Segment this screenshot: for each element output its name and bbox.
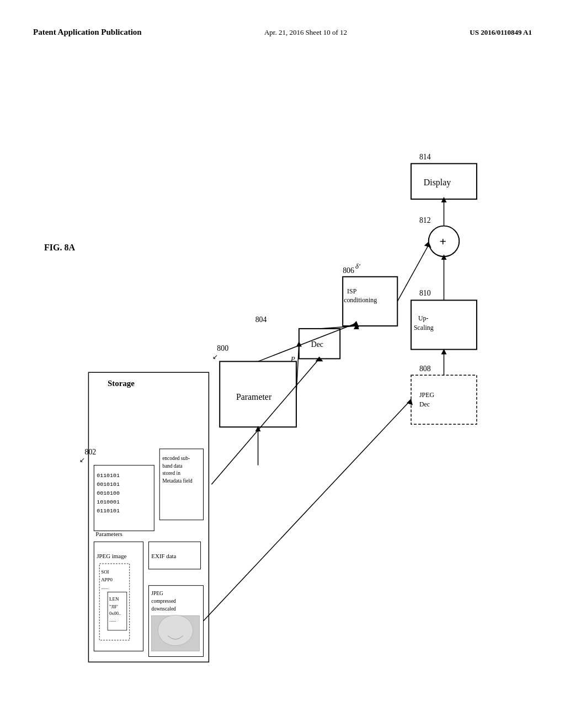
page: Patent Application Publication Apr. 21, …	[0, 0, 565, 728]
dots2-text: ......	[109, 617, 116, 623]
jpeg-comp-line1: JPEG	[151, 591, 163, 596]
arrowhead-jpegcomp-jpegdec	[407, 399, 413, 405]
encoded-line3: stored in	[162, 470, 180, 476]
jpeg-comp-line2: compressed	[151, 598, 176, 604]
parameter-label: Parameter	[236, 392, 272, 402]
dec-label: Dec	[311, 340, 323, 349]
jpeg-comp-line3: downscaled	[151, 606, 176, 612]
header: Patent Application Publication Apr. 21, …	[33, 28, 532, 37]
face-ellipse	[158, 615, 193, 645]
binary-line1: 0110101	[97, 473, 120, 479]
binary-line4: 1010001	[97, 499, 120, 505]
diagram: 802 ↙ Storage JPEG image SOI APP0 ......…	[55, 83, 532, 684]
binary-line3: 0010100	[97, 490, 120, 496]
header-left: Patent Application Publication	[33, 28, 142, 37]
label-806: 806	[343, 266, 354, 275]
jfif-text: "JIF'	[109, 604, 118, 609]
parameters-label: Parameters	[95, 531, 122, 537]
arrow-encoded-dec	[211, 358, 319, 484]
binary-line5: 0110101	[97, 508, 120, 514]
encoded-line2: band data	[162, 463, 183, 469]
label-804: 804	[255, 315, 267, 324]
soi-text: SOI	[101, 569, 109, 575]
isp-line1: ISP	[347, 287, 357, 295]
encoded-line1: encoded sub-	[162, 456, 190, 461]
arrow-jpegcomp-jpegdec	[204, 400, 412, 621]
len-text: LEN	[109, 596, 119, 602]
plus-sign: +	[440, 235, 446, 248]
jfif-text2: 0x00..	[109, 611, 121, 616]
label-814: 814	[419, 153, 431, 161]
encoded-line4: Metadata field	[162, 478, 193, 484]
label-810: 810	[419, 289, 431, 297]
label-800: 800	[217, 344, 228, 352]
label-802-arrow: ↙	[79, 456, 85, 464]
dots1-text: ......	[101, 585, 108, 590]
label-808: 808	[419, 365, 431, 373]
p-label: P	[290, 355, 295, 363]
label-800-arrow: ↙	[212, 353, 218, 361]
binary-line2: 0010101	[97, 481, 120, 488]
jpeg-image-label: JPEG image	[97, 553, 126, 559]
label-812: 812	[419, 216, 431, 224]
isp-line2: conditioning	[344, 296, 377, 304]
display-label: Display	[424, 178, 451, 188]
storage-label: Storage	[108, 379, 135, 388]
app0-text: APP0	[101, 577, 113, 582]
upscaling-line2: Scaling	[414, 324, 434, 331]
upscaling-line1: Up-	[418, 314, 429, 322]
arrowhead-sum-display	[441, 197, 447, 202]
jpeg-dec-line1: JPEG	[419, 391, 434, 399]
header-center: Apr. 21, 2016 Sheet 10 of 12	[264, 28, 347, 37]
delta-label: δ'	[355, 263, 360, 270]
label-802: 802	[84, 448, 96, 456]
arrowhead-upscaling-sum	[441, 254, 447, 260]
jpeg-dec-line2: Dec	[419, 400, 430, 408]
exif-label: EXIF data	[151, 553, 176, 559]
header-right: US 2016/0110849 A1	[470, 28, 532, 37]
